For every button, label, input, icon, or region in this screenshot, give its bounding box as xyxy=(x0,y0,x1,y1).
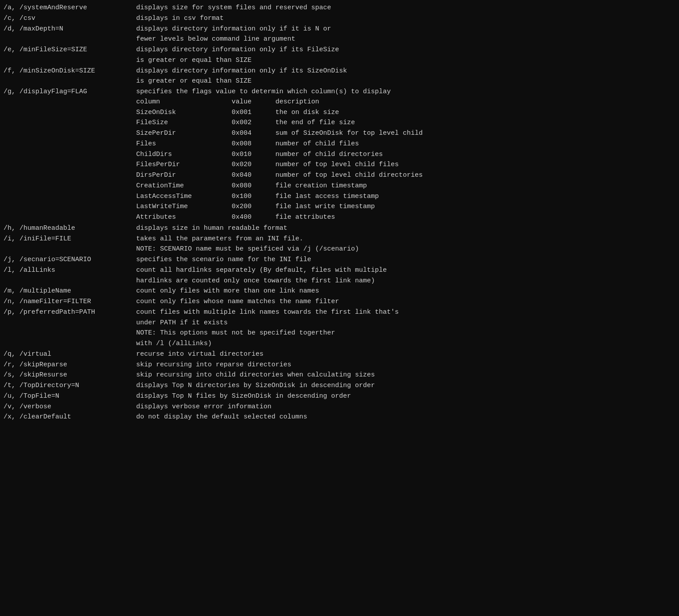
command-desc: NOTE: SCENARIO name must be speificed vi… xyxy=(136,244,679,255)
table-row: /u, /TopFile=Ndisplays Top N files by Si… xyxy=(4,391,679,402)
command-flag xyxy=(4,55,136,66)
command-flag: /q, /virtual xyxy=(4,349,136,360)
terminal-output: /a, /systemAndReservedisplays size for s… xyxy=(4,3,679,616)
command-desc: displays Top N directories by SizeOnDisk… xyxy=(136,380,679,391)
command-flag: /f, /minSizeOnDisk=SIZE xyxy=(4,66,136,76)
table-cell: Files xyxy=(136,139,232,149)
command-desc: count all hardlinks separately (By defau… xyxy=(136,265,679,276)
table-row: /n, /nameFilter=FILTERcount only files w… xyxy=(4,297,679,307)
table-row: FilesPerDir 0x020 number of top level ch… xyxy=(136,160,423,170)
command-flag: /v, /verbose xyxy=(4,402,136,412)
table-row: ChildDirs 0x010 number of child director… xyxy=(136,149,423,160)
command-flag: /j, /secnario=SCENARIO xyxy=(4,255,136,265)
table-row: SizeOnDisk 0x001 the on disk size xyxy=(136,107,423,118)
command-desc: skip recursing into reparse directories xyxy=(136,360,679,370)
table-row: Files 0x008 number of child files xyxy=(136,139,423,149)
table-cell: the end of file size xyxy=(275,118,423,128)
command-desc: count only files with more than one link… xyxy=(136,286,679,297)
commands-table: /a, /systemAndReservedisplays size for s… xyxy=(4,3,679,422)
command-desc: displays size in human readable format xyxy=(136,223,679,234)
command-flag: /u, /TopFile=N xyxy=(4,391,136,402)
command-desc: takes all the parameters from an INI fil… xyxy=(136,234,679,244)
table-cell: LastAccessTime xyxy=(136,191,232,202)
command-flag: /g, /displayFlag=FLAG xyxy=(4,87,136,223)
command-flag: /n, /nameFilter=FILTER xyxy=(4,297,136,307)
table-cell: 0x040 xyxy=(232,170,275,181)
table-cell: 0x004 xyxy=(232,128,275,139)
command-desc: fewer levels below command line argument xyxy=(136,34,679,45)
table-row: fewer levels below command line argument xyxy=(4,34,679,45)
table-row: LastWriteTime 0x200 file last write time… xyxy=(136,202,423,212)
table-cell: number of child files xyxy=(275,139,423,149)
table-row: /l, /allLinkscount all hardlinks separat… xyxy=(4,265,679,276)
table-row: Attributes 0x400 file attributes xyxy=(136,212,423,223)
table-row: column value description xyxy=(136,97,423,107)
table-cell: CreationTime xyxy=(136,181,232,191)
command-desc: displays in csv format xyxy=(136,13,679,24)
table-row: /t, /TopDirectory=Ndisplays Top N direct… xyxy=(4,380,679,391)
command-desc: specifies the flags value to determin wh… xyxy=(136,87,679,223)
command-flag: /s, /skipResurse xyxy=(4,370,136,380)
flag-value-table: column value descriptionSizeOnDisk 0x001… xyxy=(136,97,423,223)
table-row: /h, /humanReadabledisplays size in human… xyxy=(4,223,679,234)
table-row: DirsPerDir 0x040 number of top level chi… xyxy=(136,170,423,181)
command-desc: displays directory information only if i… xyxy=(136,24,679,34)
table-cell: 0x008 xyxy=(232,139,275,149)
table-cell: number of top level child directories xyxy=(275,170,423,181)
command-flag xyxy=(4,244,136,255)
table-cell: number of top level child files xyxy=(275,160,423,170)
table-row: /s, /skipResurseskip recursing into chil… xyxy=(4,370,679,380)
table-header-cell: description xyxy=(275,97,423,107)
command-desc: with /l (/allLinks) xyxy=(136,338,679,349)
table-row: /e, /minFileSize=SIZEdisplays directory … xyxy=(4,45,679,55)
table-row: /a, /systemAndReservedisplays size for s… xyxy=(4,3,679,13)
table-cell: LastWriteTime xyxy=(136,202,232,212)
table-cell: SizeOnDisk xyxy=(136,107,232,118)
command-flag: /x, /clearDefault xyxy=(4,412,136,422)
command-flag xyxy=(4,328,136,338)
table-cell: 0x002 xyxy=(232,118,275,128)
table-row: /d, /maxDepth=Ndisplays directory inform… xyxy=(4,24,679,34)
command-desc: count files with multiple link names tow… xyxy=(136,307,679,318)
command-desc: skip recursing into child directories wh… xyxy=(136,370,679,380)
table-row: /m, /multipleNamecount only files with m… xyxy=(4,286,679,297)
command-flag: /i, /iniFile=FILE xyxy=(4,234,136,244)
table-row: CreationTime 0x080 file creation timesta… xyxy=(136,181,423,191)
table-row: with /l (/allLinks) xyxy=(4,338,679,349)
command-desc: is greater or equal than SIZE xyxy=(136,55,679,66)
command-flag: /t, /TopDirectory=N xyxy=(4,380,136,391)
table-cell: FileSize xyxy=(136,118,232,128)
command-desc: hardlinks are counted only once towards … xyxy=(136,276,679,286)
command-desc: specifies the scenario name for the INI … xyxy=(136,255,679,265)
command-desc: displays Top N files by SizeOnDisk in de… xyxy=(136,391,679,402)
table-row: /q, /virtualrecurse into virtual directo… xyxy=(4,349,679,360)
command-flag xyxy=(4,338,136,349)
command-desc: under PATH if it exists xyxy=(136,318,679,328)
table-cell: 0x200 xyxy=(232,202,275,212)
command-flag: /r, /skipReparse xyxy=(4,360,136,370)
table-row: /f, /minSizeOnDisk=SIZEdisplays director… xyxy=(4,66,679,76)
table-cell: 0x100 xyxy=(232,191,275,202)
command-flag xyxy=(4,276,136,286)
command-desc: displays size for system files and reser… xyxy=(136,3,679,13)
table-row: FileSize 0x002 the end of file size xyxy=(136,118,423,128)
command-flag: /a, /systemAndReserve xyxy=(4,3,136,13)
command-flag xyxy=(4,318,136,328)
table-row: under PATH if it exists xyxy=(4,318,679,328)
command-flag: /c, /csv xyxy=(4,13,136,24)
table-cell: number of child directories xyxy=(275,149,423,160)
table-row: is greater or equal than SIZE xyxy=(4,76,679,87)
table-cell: SizePerDir xyxy=(136,128,232,139)
table-row: /g, /displayFlag=FLAGspecifies the flags… xyxy=(4,87,679,223)
table-cell: 0x001 xyxy=(232,107,275,118)
command-flag: /p, /preferredPath=PATH xyxy=(4,307,136,318)
table-row: is greater or equal than SIZE xyxy=(4,55,679,66)
command-flag: /d, /maxDepth=N xyxy=(4,24,136,34)
command-flag: /l, /allLinks xyxy=(4,265,136,276)
table-row: /v, /verbosedisplays verbose error infor… xyxy=(4,402,679,412)
table-cell: 0x010 xyxy=(232,149,275,160)
command-flag: /e, /minFileSize=SIZE xyxy=(4,45,136,55)
command-flag xyxy=(4,34,136,45)
command-desc: count only files whose name matches the … xyxy=(136,297,679,307)
table-row: /j, /secnario=SCENARIOspecifies the scen… xyxy=(4,255,679,265)
